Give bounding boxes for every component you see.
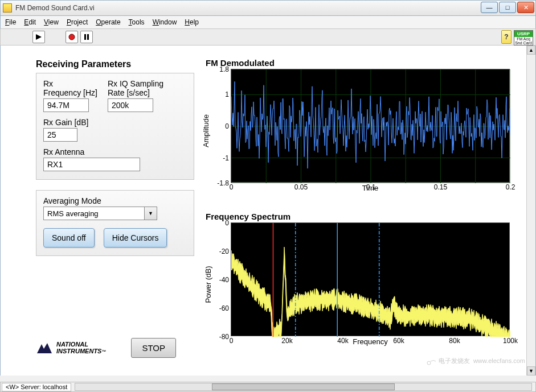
spectrum-xtick: 40k [337, 336, 348, 345]
menu-help[interactable]: Help [185, 18, 199, 26]
spectrum-xtick: 80k [449, 336, 460, 345]
toolbar: ? USRP FM Acq Snd Card [0, 28, 536, 46]
horizontal-scrollbar[interactable] [75, 383, 532, 391]
receiving-params-title: Receiving Parameters [36, 59, 194, 69]
averaging-mode-value: RMS averaging [47, 209, 99, 218]
menu-window[interactable]: Window [153, 18, 177, 26]
averaging-mode-select[interactable]: RMS averaging ▼ [43, 207, 157, 220]
averaging-panel: Averaging Mode RMS averaging ▼ Sound off… [36, 190, 194, 256]
stop-button[interactable]: STOP [131, 338, 176, 358]
svg-rect-2 [84, 34, 86, 40]
vertical-scrollbar[interactable]: ▲ ▼ [526, 46, 535, 376]
ni-eagle-icon [36, 342, 53, 354]
run-arrow-icon [35, 33, 43, 41]
menu-project[interactable]: Project [67, 18, 88, 26]
window-title: FM Demod Sound Card.vi [15, 4, 95, 12]
fm-demod-xtick: 0.2 [506, 182, 515, 191]
pause-icon [83, 34, 90, 40]
menu-view[interactable]: View [44, 18, 59, 26]
rx-gain-input[interactable] [43, 128, 77, 142]
svg-rect-3 [87, 34, 89, 40]
server-status: <W> Server: localhost [2, 383, 71, 391]
fm-demod-xtick: 0.1 [366, 182, 376, 191]
rx-gain-label: Rx Gain [dB] [43, 118, 187, 127]
pause-button[interactable] [80, 31, 93, 43]
spectrum-xtick: 0 [230, 336, 234, 345]
ni-logo: NATIONAL INSTRUMENTS™ [36, 341, 106, 354]
rx-iq-rate-label: Rx IQ SamplingRate [s/sec] [108, 79, 163, 97]
spectrum-ytick: -20 [219, 247, 231, 255]
spectrum-ytick: -60 [219, 304, 231, 312]
fm-demod-ytick: 0 [225, 122, 231, 130]
rx-antenna-label: Rx Antenna [43, 147, 187, 156]
svg-marker-0 [36, 34, 42, 40]
fm-demod-ytick: -1 [223, 154, 231, 162]
minimize-button[interactable]: — [481, 2, 498, 13]
spectrum-ytick: 0 [225, 219, 231, 227]
fm-demod-title: FM Demodulated [206, 58, 513, 68]
freq-spectrum-ylabel: Power (dB) [204, 266, 212, 303]
rx-frequency-label: RxFrequency [Hz] [43, 79, 97, 97]
fm-demod-ytick: 1 [225, 90, 231, 98]
scrollbar-thumb[interactable] [212, 383, 394, 390]
ni-logo-tm: ™ [101, 349, 106, 354]
freq-spectrum-xlabel: Frequency [231, 337, 510, 346]
rx-antenna-input[interactable] [43, 158, 140, 171]
watermark: 电子发烧友 www.elecfans.com [425, 357, 525, 365]
badge-line2: Snd Card [514, 41, 533, 45]
menu-tools[interactable]: Tools [129, 18, 145, 26]
status-bar: <W> Server: localhost [0, 382, 536, 392]
front-panel: ▲ ▼ Receiving Parameters RxFrequency [Hz… [0, 46, 536, 376]
fm-demod-xtick: 0.05 [294, 182, 308, 191]
close-button[interactable]: ✕ [517, 2, 534, 13]
fm-demod-xtick: 0.15 [434, 182, 447, 191]
averaging-mode-label: Averaging Mode [43, 196, 187, 205]
run-button[interactable] [32, 31, 45, 43]
svg-point-23 [427, 361, 431, 365]
scroll-down-icon[interactable]: ▼ [527, 366, 535, 376]
fm-demod-ytick: 1.8 [219, 65, 231, 73]
vi-icon-badge[interactable]: USRP FM Acq Snd Card [514, 30, 533, 46]
menu-file[interactable]: File [5, 18, 16, 26]
context-help-button[interactable]: ? [501, 30, 512, 44]
svg-point-1 [69, 34, 75, 40]
rx-frequency-input[interactable] [43, 98, 89, 112]
chevron-down-icon: ▼ [144, 207, 157, 220]
spectrum-xtick: 20k [281, 336, 292, 345]
hide-cursors-button[interactable]: Hide Cursors [104, 228, 167, 247]
vi-file-icon [3, 3, 12, 13]
badge-line1: FM Acq [514, 37, 533, 41]
stop-circle-icon [68, 34, 75, 40]
menu-edit[interactable]: Edit [24, 18, 36, 26]
scroll-up-icon[interactable]: ▲ [527, 46, 535, 55]
spectrum-xtick: 100k [503, 336, 518, 345]
freq-spectrum-title: Frequency Spectrum [206, 212, 513, 221]
spectrum-ytick: -40 [219, 276, 231, 284]
menu-bar: File Edit View Project Operate Tools Win… [0, 16, 536, 28]
ni-logo-line2: INSTRUMENTS [56, 348, 101, 354]
badge-usrp: USRP [514, 31, 533, 37]
freq-spectrum-plot[interactable]: -80-60-40-200020k40k60k80k100k [231, 222, 510, 336]
spectrum-xtick: 60k [393, 336, 404, 345]
rx-iq-rate-input[interactable] [108, 98, 153, 112]
fm-demod-xtick: 0 [230, 182, 234, 191]
window-titlebar: FM Demod Sound Card.vi — □ ✕ [0, 0, 536, 16]
fm-demod-ylabel: Amplitude [202, 114, 210, 147]
receiving-params-panel: RxFrequency [Hz] Rx IQ SamplingRate [s/s… [36, 73, 194, 180]
menu-operate[interactable]: Operate [96, 18, 120, 26]
abort-button[interactable] [66, 31, 78, 43]
fm-demod-plot[interactable]: -1.8-1011.800.050.10.150.2 [231, 69, 510, 183]
maximize-button[interactable]: □ [499, 2, 516, 13]
sound-off-button[interactable]: Sound off [43, 228, 95, 247]
